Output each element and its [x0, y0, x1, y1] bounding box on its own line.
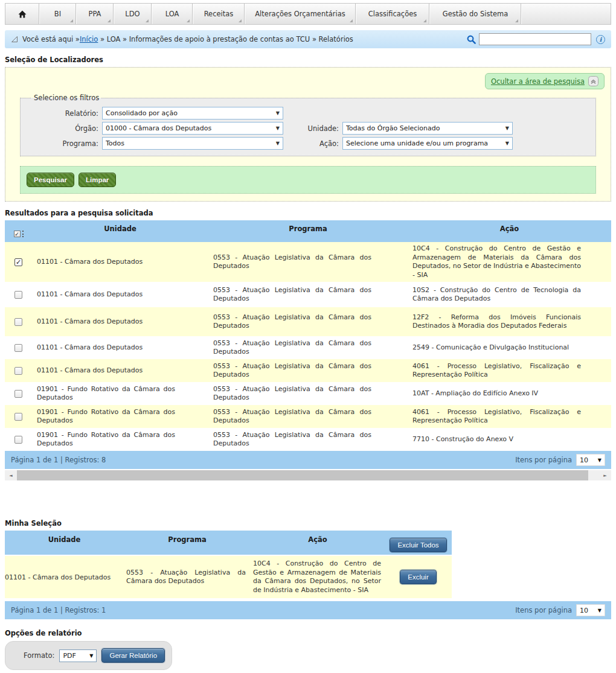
cell-acao: 12F2 - Reforma dos Imóveis Funcionais De…	[408, 307, 611, 336]
nav-tab-alteracoes-orcamentarias[interactable]: Alterações Orçamentárias	[245, 4, 356, 24]
chevron-down-icon: ▼	[598, 608, 602, 613]
nav-filler	[521, 4, 611, 24]
cell-programa: 0553 - Atuação Legislativa da Câmara dos…	[208, 405, 408, 428]
hide-search-area-button[interactable]: Ocultar a área de pesquisa	[485, 73, 605, 89]
table-row: ✓ 01101 - Câmara dos Deputados 0553 - At…	[5, 242, 611, 282]
results-page-info: Página 1 de 1 | Registros: 8	[11, 456, 106, 464]
section-gap	[5, 480, 611, 512]
search-actions-bar: Pesquisar Limpar	[20, 166, 596, 194]
row-checkbox[interactable]	[14, 318, 22, 326]
selection-table-footer: Página 1 de 1 | Registros: 1 Itens por p…	[5, 601, 611, 619]
acao-label: Ação:	[287, 139, 339, 148]
format-label: Formato:	[24, 651, 54, 660]
chevron-down-icon: ▼	[276, 110, 280, 116]
scroll-left-button[interactable]: ◄	[5, 470, 17, 480]
table-row: 01101 - Câmara dos Deputados 0553 - Atua…	[5, 336, 611, 359]
row-checkbox[interactable]	[14, 436, 22, 444]
cell-unidade: 01101 - Câmara dos Deputados	[32, 336, 208, 359]
dropdown-corner-icon	[146, 19, 149, 22]
row-checkbox[interactable]	[14, 390, 22, 398]
acao-select[interactable]: Selecione uma unidade e/ou um programa▼	[342, 137, 513, 150]
programa-select[interactable]: Todos▼	[102, 137, 283, 150]
chevron-down-icon: ▼	[276, 141, 280, 146]
cell-acao: 10AT - Ampliação do Edifício Anexo IV	[408, 382, 611, 405]
nav-tab-label: Classificações	[368, 10, 417, 18]
generate-report-button[interactable]: Gerar Relatório	[101, 648, 165, 663]
nav-tab-bi[interactable]: BI	[39, 4, 76, 24]
nav-tab-label: BI	[54, 10, 61, 18]
page: BI PPA LDO LOA Receitas Alterações Orçam…	[0, 0, 616, 670]
unidade-select[interactable]: Todas do Órgão Selecionado▼	[342, 122, 513, 135]
programa-label: Programa:	[28, 139, 98, 148]
unidade-label: Unidade:	[287, 124, 339, 133]
chevron-down-icon: ▼	[276, 126, 280, 131]
nav-tab-label: Gestão do Sistema	[443, 10, 509, 18]
table-row: 01901 - Fundo Rotativo da Câmara dos Dep…	[5, 382, 611, 405]
nav-tab-loa[interactable]: LOA	[152, 4, 193, 24]
table-row: 01101 - Câmara dos Deputados 0553 - Atua…	[5, 359, 611, 382]
format-select[interactable]: PDF▼	[59, 649, 97, 662]
info-icon[interactable]: i	[596, 35, 605, 44]
row-checkbox[interactable]	[14, 413, 22, 421]
nav-tab-receitas[interactable]: Receitas	[193, 4, 245, 24]
nav-tab-home[interactable]	[5, 4, 39, 24]
selection-items-per-page-select[interactable]: 10▼	[576, 604, 605, 616]
dropdown-corner-icon	[107, 19, 111, 22]
cell-unidade: 01101 - Câmara dos Deputados	[5, 556, 124, 598]
cell-unidade: 01101 - Câmara dos Deputados	[32, 359, 208, 382]
main-nav: BI PPA LDO LOA Receitas Alterações Orçam…	[5, 3, 611, 25]
cell-programa: 0553 - Atuação Legislativa da Câmara dos…	[124, 556, 251, 598]
report-options-box: Formato: PDF▼ Gerar Relatório	[5, 641, 172, 670]
cell-programa: 0553 - Atuação Legislativa da Câmara dos…	[208, 428, 408, 451]
search-button[interactable]: Pesquisar	[27, 173, 74, 187]
nav-tab-label: PPA	[88, 10, 101, 18]
orgao-label: Órgão:	[28, 124, 98, 133]
row-checkbox[interactable]	[14, 344, 22, 352]
row-checkbox[interactable]	[14, 291, 22, 299]
results-table-body: ✓ 01101 - Câmara dos Deputados 0553 - At…	[5, 242, 611, 451]
row-checkbox[interactable]: ✓	[14, 258, 22, 266]
selection-row: 01101 - Câmara dos Deputados 0553 - Atua…	[5, 556, 452, 598]
dropdown-corner-icon	[239, 19, 242, 22]
breadcrumb-rest: » LOA » Informações de apoio à prestação…	[98, 35, 353, 43]
breadcrumb-prefix: Você está aqui »	[22, 35, 80, 43]
row-checkbox[interactable]	[14, 367, 22, 375]
relatorio-select[interactable]: Consolidado por ação▼	[102, 107, 283, 120]
hide-search-area-link[interactable]: Ocultar a área de pesquisa	[491, 77, 585, 86]
selection-table-body: 01101 - Câmara dos Deputados 0553 - Atua…	[5, 556, 611, 598]
clear-button[interactable]: Limpar	[79, 173, 116, 187]
column-header-programa: Programa	[208, 220, 408, 242]
search-icon[interactable]	[466, 34, 476, 45]
selection-page-info: Página 1 de 1 | Registros: 1	[11, 606, 106, 614]
delete-all-button[interactable]: Excluir Todos	[390, 538, 446, 552]
filters-fieldset: Selecione os filtros Relatório: Consolid…	[20, 94, 596, 156]
orgao-select[interactable]: 01000 - Câmara dos Deputados▼	[102, 122, 283, 135]
nav-tab-label: LOA	[165, 10, 179, 18]
select-all-icon[interactable]: ✓	[14, 226, 24, 242]
nav-tab-classificacoes[interactable]: Classificações	[356, 4, 429, 24]
breadcrumb-marker-icon	[11, 36, 18, 43]
results-table-header: ✓ Unidade Programa Ação	[5, 220, 611, 242]
scroll-right-button[interactable]: ►	[599, 470, 611, 480]
delete-button[interactable]: Excluir	[400, 570, 437, 584]
dropdown-corner-icon	[70, 19, 73, 22]
nav-tab-gestao-do-sistema[interactable]: Gestão do Sistema	[429, 4, 521, 24]
cell-acao: 4061 - Processo Legislativo, Fiscalizaçã…	[408, 405, 611, 428]
items-per-page-select[interactable]: 10▼	[576, 454, 605, 466]
cell-programa: 0553 - Atuação Legislativa da Câmara dos…	[208, 359, 408, 382]
quick-search-input[interactable]	[479, 33, 591, 45]
home-icon	[18, 10, 27, 19]
breadcrumb: Você está aqui »Início » LOA » Informaçõ…	[5, 30, 611, 48]
cell-unidade: 01901 - Fundo Rotativo da Câmara dos Dep…	[32, 405, 208, 428]
chevron-down-icon: ▼	[598, 458, 602, 463]
cell-programa: 0553 - Atuação Legislativa da Câmara dos…	[208, 242, 408, 282]
scrollbar-thumb[interactable]	[17, 470, 588, 480]
nav-tab-ppa[interactable]: PPA	[76, 4, 114, 24]
nav-tab-ldo[interactable]: LDO	[114, 4, 152, 24]
cell-acao: 10C4 - Construção do Centro de Gestão e …	[251, 556, 385, 598]
selection-table-header: Unidade Programa Ação Excluir Todos	[5, 531, 452, 555]
breadcrumb-home-link[interactable]: Início	[80, 35, 98, 43]
selection-column-acao: Ação	[251, 531, 385, 555]
cell-unidade: 01101 - Câmara dos Deputados	[32, 307, 208, 336]
horizontal-scrollbar: ◄ ►	[5, 470, 611, 480]
